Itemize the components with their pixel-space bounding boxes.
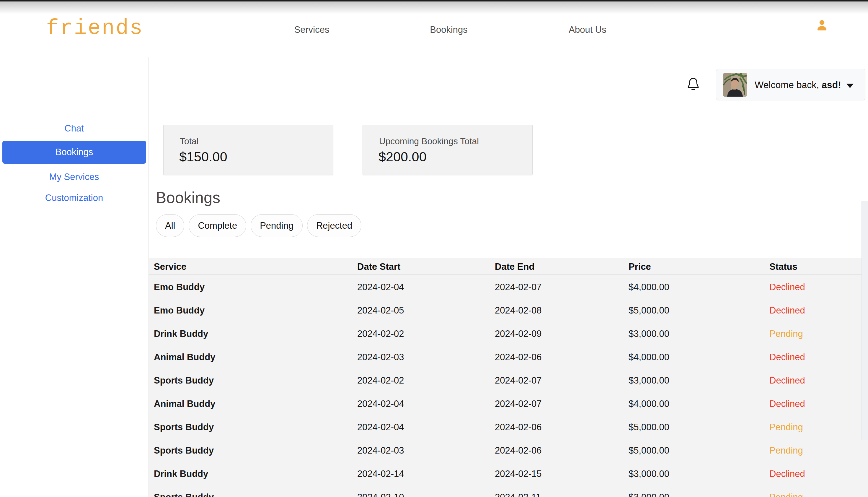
table-row[interactable]: Emo Buddy2024-02-042024-02-07$4,000.00De…: [149, 275, 868, 298]
cell-status: Pending: [769, 329, 803, 339]
welcome-message: Welcome back, asd!: [755, 69, 854, 100]
cell-status: Declined: [769, 305, 805, 316]
filter-pill-rejected[interactable]: Rejected: [307, 214, 362, 237]
top-navbar: friends Services Bookings About Us: [0, 1, 868, 57]
stat-label: Upcoming Bookings Total: [379, 136, 479, 146]
cell-status: Declined: [769, 399, 805, 409]
app-window: friends Services Bookings About Us Chat …: [0, 0, 868, 497]
user-icon[interactable]: [815, 18, 829, 33]
cell-service: Sports Buddy: [154, 375, 214, 386]
cell-date_start: 2024-02-02: [357, 375, 404, 386]
cell-service: Sports Buddy: [154, 445, 214, 456]
cell-date_end: 2024-02-06: [495, 352, 542, 363]
nav-link-about-us[interactable]: About Us: [569, 25, 606, 35]
cell-date_start: 2024-02-04: [357, 399, 404, 409]
stat-card-upcoming-total: Upcoming Bookings Total $200.00: [363, 125, 533, 175]
main-content: Welcome back, asd! Total $150.00 Upcomin…: [149, 57, 868, 497]
cell-date_start: 2024-02-03: [357, 445, 404, 456]
welcome-username: asd!: [822, 80, 841, 90]
page-title: Bookings: [156, 188, 220, 207]
booking-filters: AllCompletePendingRejected: [156, 214, 362, 237]
cell-date_end: 2024-02-07: [495, 282, 542, 293]
column-header-date-start: Date Start: [357, 261, 400, 272]
brand-logo[interactable]: friends: [46, 16, 144, 41]
cell-date_start: 2024-02-05: [357, 305, 404, 316]
cell-status: Pending: [769, 422, 803, 432]
sidebar-item-customization[interactable]: Customization: [0, 193, 148, 203]
nav-link-bookings[interactable]: Bookings: [430, 25, 468, 35]
cell-service: Drink Buddy: [154, 329, 208, 339]
nav-link-services[interactable]: Services: [294, 25, 329, 35]
bell-icon[interactable]: [686, 75, 700, 92]
table-row[interactable]: Drink Buddy2024-02-022024-02-09$3,000.00…: [149, 322, 868, 345]
table-row[interactable]: Sports Buddy2024-02-042024-02-06$5,000.0…: [149, 415, 868, 438]
vertical-scrollbar[interactable]: [862, 201, 868, 440]
sidebar: Chat Bookings My Services Customization: [0, 57, 148, 497]
cell-date_end: 2024-02-08: [495, 305, 542, 316]
cell-date_start: 2024-02-14: [357, 469, 404, 479]
cell-price: $3,000.00: [629, 492, 669, 497]
cell-date_end: 2024-02-07: [495, 375, 542, 386]
cell-date_end: 2024-02-09: [495, 329, 542, 339]
cell-date_start: 2024-02-10: [357, 492, 404, 497]
avatar: [723, 73, 747, 97]
cell-status: Pending: [769, 445, 803, 456]
cell-price: $4,000.00: [629, 282, 669, 293]
cell-price: $3,000.00: [629, 469, 669, 479]
cell-date_end: 2024-02-11: [495, 492, 541, 497]
filter-pill-complete[interactable]: Complete: [189, 214, 246, 237]
sidebar-item-bookings[interactable]: Bookings: [2, 141, 146, 164]
bookings-table: ServiceDate StartDate EndPriceStatus Emo…: [149, 258, 868, 497]
cell-date_end: 2024-02-06: [495, 422, 542, 432]
cell-status: Declined: [769, 469, 805, 479]
cell-date_end: 2024-02-07: [495, 399, 542, 409]
cell-status: Declined: [769, 352, 805, 363]
stat-label: Total: [180, 136, 198, 146]
cell-price: $4,000.00: [629, 352, 669, 363]
cell-price: $5,000.00: [629, 445, 669, 456]
table-row[interactable]: Animal Buddy2024-02-042024-02-07$4,000.0…: [149, 392, 868, 415]
cell-price: $5,000.00: [629, 422, 669, 432]
welcome-prefix: Welcome back,: [755, 80, 822, 90]
cell-price: $4,000.00: [629, 399, 669, 409]
table-row[interactable]: Sports Buddy2024-02-022024-02-07$3,000.0…: [149, 368, 868, 392]
table-header-row: ServiceDate StartDate EndPriceStatus: [149, 258, 868, 275]
stat-value: $200.00: [379, 149, 427, 165]
cell-status: Declined: [769, 375, 805, 386]
table-row[interactable]: Sports Buddy2024-02-102024-02-11$3,000.0…: [149, 485, 868, 497]
cell-status: Declined: [769, 282, 805, 293]
sidebar-item-chat[interactable]: Chat: [0, 123, 148, 134]
stat-card-total: Total $150.00: [163, 125, 333, 175]
cell-service: Animal Buddy: [154, 399, 215, 409]
cell-service: Animal Buddy: [154, 352, 215, 363]
cell-service: Emo Buddy: [154, 305, 205, 316]
cell-service: Sports Buddy: [154, 422, 214, 432]
sidebar-item-my-services[interactable]: My Services: [0, 172, 148, 182]
cell-price: $3,000.00: [629, 375, 669, 386]
table-row[interactable]: Drink Buddy2024-02-142024-02-15$3,000.00…: [149, 462, 868, 485]
cell-date_start: 2024-02-04: [357, 282, 404, 293]
table-row[interactable]: Sports Buddy2024-02-032024-02-06$5,000.0…: [149, 438, 868, 462]
cell-service: Emo Buddy: [154, 282, 205, 293]
column-header-service: Service: [154, 261, 186, 272]
filter-pill-all[interactable]: All: [156, 214, 184, 237]
cell-service: Sports Buddy: [154, 492, 214, 497]
stat-value: $150.00: [179, 149, 227, 165]
cell-price: $5,000.00: [629, 305, 669, 316]
column-header-price: Price: [629, 261, 651, 272]
cell-status: Pending: [769, 492, 803, 497]
table-body: Emo Buddy2024-02-042024-02-07$4,000.00De…: [149, 275, 868, 497]
column-header-status: Status: [769, 261, 797, 272]
column-header-date-end: Date End: [495, 261, 534, 272]
table-row[interactable]: Animal Buddy2024-02-032024-02-06$4,000.0…: [149, 345, 868, 368]
table-row[interactable]: Emo Buddy2024-02-052024-02-08$5,000.00De…: [149, 298, 868, 322]
cell-date_end: 2024-02-06: [495, 445, 542, 456]
filter-pill-pending[interactable]: Pending: [251, 214, 303, 237]
cell-date_start: 2024-02-03: [357, 352, 404, 363]
chevron-down-icon: [847, 84, 854, 88]
cell-service: Drink Buddy: [154, 469, 208, 479]
account-menu[interactable]: Welcome back, asd!: [716, 69, 865, 100]
cell-date_end: 2024-02-15: [495, 469, 542, 479]
cell-date_start: 2024-02-04: [357, 422, 404, 432]
cell-date_start: 2024-02-02: [357, 329, 404, 339]
